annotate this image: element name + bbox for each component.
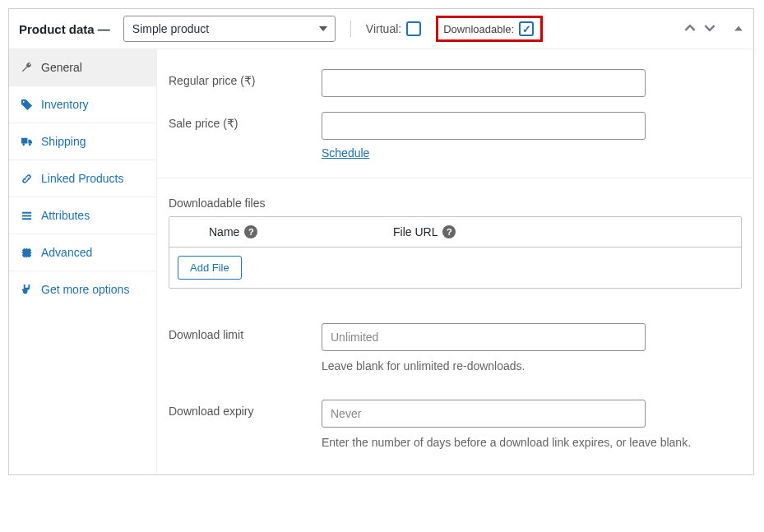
download-limit-label: Download limit [169, 323, 322, 341]
download-expiry-help: Enter the number of days before a downlo… [322, 434, 708, 451]
sidebar-item-label: Inventory [41, 98, 89, 111]
move-up-icon[interactable] [684, 22, 696, 36]
add-file-button[interactable]: Add File [178, 256, 242, 280]
sidebar-item-label: Shipping [41, 135, 86, 148]
file-name-header: Name ? [169, 217, 383, 247]
downloadable-checkbox[interactable] [519, 21, 534, 36]
sale-price-input[interactable] [322, 112, 646, 140]
sidebar-item-label: Advanced [41, 246, 92, 259]
sale-price-row: Sale price (₹) Schedule [157, 97, 753, 160]
panel-title: Product data — [19, 22, 110, 36]
file-name-header-text: Name [209, 225, 239, 238]
move-down-icon[interactable] [704, 22, 715, 36]
sidebar-item-label: Attributes [41, 209, 90, 222]
download-limit-input[interactable] [322, 323, 646, 351]
downloadable-files-label: Downloadable files [157, 178, 753, 216]
divider [350, 21, 351, 37]
sidebar-item-attributes[interactable]: Attributes [9, 197, 156, 234]
regular-price-input[interactable] [322, 69, 646, 97]
sidebar: General Inventory Shipping Linked Produc… [9, 49, 157, 474]
virtual-group: Virtual: [366, 21, 421, 36]
regular-price-row: Regular price (₹) [157, 49, 753, 97]
sidebar-item-advanced[interactable]: Advanced [9, 234, 156, 271]
sidebar-item-get-more-options[interactable]: Get more options [9, 271, 156, 308]
plug-icon [21, 284, 33, 296]
downloadable-highlight: Downloadable: [436, 16, 543, 42]
sidebar-item-label: Linked Products [41, 172, 123, 185]
content: Regular price (₹) Sale price (₹) Schedul… [157, 49, 753, 474]
downloadable-label: Downloadable: [443, 23, 514, 35]
product-type-select-wrap: Simple product [117, 16, 336, 42]
link-icon [21, 173, 33, 185]
header-controls [684, 22, 743, 36]
sidebar-item-label: Get more options [41, 283, 129, 296]
virtual-label: Virtual: [366, 22, 401, 35]
virtual-checkbox[interactable] [406, 21, 421, 36]
download-expiry-label: Download expiry [169, 400, 322, 418]
help-icon[interactable]: ? [442, 225, 456, 238]
file-url-header: File URL ? [383, 217, 741, 247]
product-type-select[interactable]: Simple product [123, 16, 336, 42]
download-limit-help: Leave blank for unlimited re-downloads. [322, 358, 708, 375]
schedule-link[interactable]: Schedule [322, 146, 369, 160]
collapse-icon[interactable] [734, 22, 743, 36]
file-table-foot: Add File [169, 247, 741, 288]
sidebar-item-label: General [41, 61, 82, 74]
file-url-header-text: File URL [393, 225, 438, 238]
gear-icon [21, 247, 33, 259]
download-expiry-input[interactable] [322, 400, 646, 428]
wrench-icon [21, 62, 33, 74]
sidebar-item-linked-products[interactable]: Linked Products [9, 160, 156, 197]
file-table-head: Name ? File URL ? [169, 217, 741, 247]
sale-price-label: Sale price (₹) [169, 112, 322, 130]
tag-icon [21, 99, 33, 111]
downloadable-files-table: Name ? File URL ? Add File [169, 216, 742, 289]
panel-body: General Inventory Shipping Linked Produc… [9, 49, 753, 474]
sidebar-item-general[interactable]: General [9, 49, 156, 86]
list-icon [21, 210, 33, 222]
help-icon[interactable]: ? [244, 225, 257, 238]
truck-icon [21, 136, 33, 148]
download-limit-row: Download limit Leave blank for unlimited… [157, 308, 753, 375]
regular-price-label: Regular price (₹) [169, 69, 322, 87]
sidebar-item-shipping[interactable]: Shipping [9, 123, 156, 160]
panel-header: Product data — Simple product Virtual: D… [9, 9, 753, 49]
sidebar-item-inventory[interactable]: Inventory [9, 86, 156, 123]
download-expiry-row: Download expiry Enter the number of days… [157, 385, 753, 474]
product-data-panel: Product data — Simple product Virtual: D… [8, 8, 754, 475]
